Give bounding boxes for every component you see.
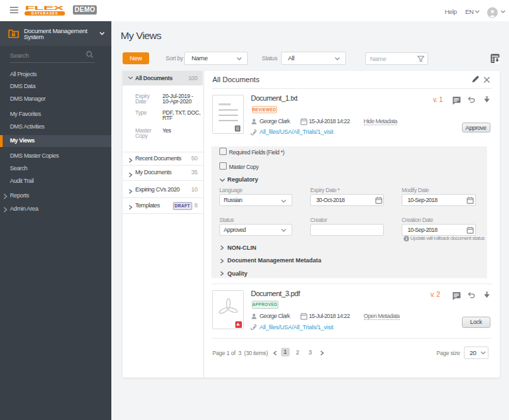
svg-text:FLEX: FLEX: [25, 4, 66, 11]
svg-text:DATABASES: DATABASES: [31, 11, 58, 15]
